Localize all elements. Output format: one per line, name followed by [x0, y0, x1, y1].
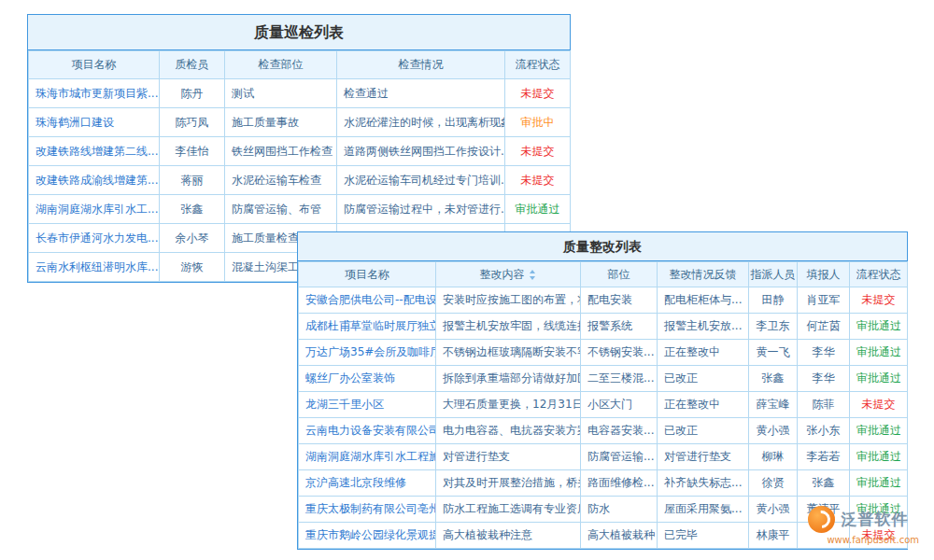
column-header-label: 整改情况反馈: [670, 268, 737, 281]
cell-reporter: 肖亚军: [798, 287, 850, 314]
table-row[interactable]: 珠海市城市更新项目紫...陈丹测试检查通过未提交: [29, 79, 571, 108]
column-header[interactable]: 整改情况反馈: [658, 262, 749, 287]
cell-status[interactable]: 审批通过: [850, 444, 908, 470]
column-header-label: 填报人: [807, 268, 841, 281]
cell-project[interactable]: 改建铁路成渝线增建第...: [29, 166, 160, 195]
cell-project[interactable]: 龙湖三千里小区: [299, 392, 436, 418]
cell-status[interactable]: 未提交: [505, 137, 571, 166]
cell-feedback: 配电柜柜体与...: [658, 287, 749, 314]
quality-rectification-panel: 质量整改列表 项目名称整改内容部位整改情况反馈指派人员填报人流程状态 安徽合肥供…: [297, 231, 908, 550]
cell-assignee: 黄小强: [749, 497, 798, 523]
cell-part: 小区大门: [581, 392, 658, 418]
column-header-label: 流程状态: [856, 268, 901, 281]
column-header[interactable]: 流程状态: [505, 51, 571, 79]
column-header[interactable]: 检查情况: [337, 51, 505, 79]
column-header[interactable]: 检查部位: [225, 51, 337, 79]
cell-project[interactable]: 螺丝厂办公室装饰: [299, 366, 436, 392]
column-header[interactable]: 整改内容: [436, 262, 581, 287]
table-row[interactable]: 湖南洞庭湖水库引水工...张鑫防腐管运输、布管防腐管运输过程中，未对管进行...…: [29, 195, 571, 224]
cell-situation: 水泥砼运输车司机经过专门培训...: [337, 166, 505, 195]
cell-status[interactable]: 审批通过: [850, 314, 908, 340]
column-header-label: 流程状态: [516, 58, 560, 71]
cell-content: 防水工程施工选调有专业资质...: [436, 497, 581, 523]
cell-status[interactable]: 审批通过: [505, 195, 571, 224]
cell-project[interactable]: 改建铁路线增建第二线...: [29, 137, 160, 166]
cell-project[interactable]: 湖南洞庭湖水库引水工...: [29, 195, 160, 224]
cell-inspector: 余小琴: [160, 224, 225, 253]
table-row[interactable]: 安徽合肥供电公司--配电设备...安装时应按施工图的布置，将...配电安装配电柜…: [299, 287, 908, 314]
cell-project[interactable]: 珠海鹤洲口建设: [29, 108, 160, 137]
cell-part: 不锈钢安装...: [581, 340, 658, 366]
cell-inspector: 张鑫: [160, 195, 225, 224]
cell-part: 测试: [225, 79, 337, 108]
cell-feedback: 正在整改中: [658, 392, 749, 418]
cell-inspector: 陈巧凤: [160, 108, 225, 137]
table-row[interactable]: 珠海鹤洲口建设陈巧凤施工质量事故水泥砼灌注的时候，出现离析现象审批中: [29, 108, 571, 137]
cell-status[interactable]: 审批通过: [850, 366, 908, 392]
cell-inspector: 游恢: [160, 253, 225, 282]
column-header[interactable]: 项目名称: [299, 262, 436, 287]
cell-feedback: 正在整改中: [658, 340, 749, 366]
column-header-label: 检查部位: [259, 58, 304, 71]
cell-status[interactable]: 审批中: [505, 108, 571, 137]
cell-status[interactable]: 未提交: [850, 392, 908, 418]
cell-status[interactable]: 审批通过: [850, 340, 908, 366]
cell-status[interactable]: 未提交: [850, 287, 908, 314]
table-row[interactable]: 龙湖三千里小区大理石质量更换，12月31日之...小区大门正在整改中薛宝峰陈菲未…: [299, 392, 908, 418]
cell-part: 水泥砼运输车检查: [225, 166, 337, 195]
cell-situation: 水泥砼灌注的时候，出现离析现象: [337, 108, 505, 137]
cell-assignee: 柳琳: [749, 444, 798, 470]
cell-situation: 道路两侧铁丝网围挡工作按设计...: [337, 137, 505, 166]
cell-project[interactable]: 成都杜甫草堂临时展厅独立展...: [299, 314, 436, 340]
cell-feedback: 对管进行垫支: [658, 444, 749, 470]
column-header[interactable]: 质检员: [160, 51, 225, 79]
table-row[interactable]: 京沪高速北京段维修对其及时开展整治措施，桥头...路面维修检...补齐缺失标志.…: [299, 470, 908, 497]
cell-part: 防腐管运输...: [581, 444, 658, 470]
cell-project[interactable]: 云南电力设备安装有限公司20...: [299, 418, 436, 444]
table-row[interactable]: 万达广场35#会所及咖啡厅空...不锈钢边框玻璃隔断安装不牢...不锈钢安装..…: [299, 340, 908, 366]
cell-status[interactable]: 未提交: [505, 166, 571, 195]
cell-project[interactable]: 重庆市鹅岭公园绿化景观提升...: [299, 523, 436, 549]
cell-project[interactable]: 湖南洞庭湖水库引水工程施工...: [299, 444, 436, 470]
table-row[interactable]: 成都杜甫草堂临时展厅独立展...报警主机安放牢固，线缆连接...报警系统报警主机…: [299, 314, 908, 340]
table-row[interactable]: 云南电力设备安装有限公司20...电力电容器、电抗器安装方案,...电容器安装.…: [299, 418, 908, 444]
sort-icon[interactable]: [529, 270, 537, 280]
cell-status[interactable]: 审批通过: [850, 418, 908, 444]
column-header-label: 项目名称: [72, 58, 117, 71]
logo-url[interactable]: www.fanpusoft.com: [808, 535, 919, 545]
cell-content: 拆除到承重墙部分请做好加固...: [436, 366, 581, 392]
cell-part: 防腐管运输、布管: [225, 195, 337, 224]
cell-content: 安装时应按施工图的布置，将...: [436, 287, 581, 314]
fanpusoft-logo[interactable]: 泛普软件 www.fanpusoft.com: [808, 506, 919, 545]
cell-status[interactable]: 未提交: [505, 79, 571, 108]
cell-reporter: 何芷茵: [798, 314, 850, 340]
cell-project[interactable]: 京沪高速北京段维修: [299, 470, 436, 497]
column-header-label: 整改内容: [480, 268, 525, 281]
column-header[interactable]: 指派人员: [749, 262, 798, 287]
table-row[interactable]: 改建铁路成渝线增建第...蒋丽水泥砼运输车检查水泥砼运输车司机经过专门培训...…: [29, 166, 571, 195]
cell-assignee: 黄一飞: [749, 340, 798, 366]
cell-project[interactable]: 重庆太极制药有限公司亳州中...: [299, 497, 436, 523]
column-header[interactable]: 项目名称: [29, 51, 160, 79]
cell-feedback: 补齐缺失标志...: [658, 470, 749, 497]
cell-project[interactable]: 安徽合肥供电公司--配电设备...: [299, 287, 436, 314]
table-row[interactable]: 湖南洞庭湖水库引水工程施工...对管进行垫支防腐管运输...对管进行垫支柳琳李若…: [299, 444, 908, 470]
cell-project[interactable]: 云南水利枢纽潜明水库...: [29, 253, 160, 282]
cell-reporter: 李华: [798, 366, 850, 392]
table-row[interactable]: 螺丝厂办公室装饰拆除到承重墙部分请做好加固...二至三楼混...已改正张鑫李华审…: [299, 366, 908, 392]
column-header[interactable]: 填报人: [798, 262, 850, 287]
cell-status[interactable]: 审批通过: [850, 470, 908, 497]
header-row: 项目名称质检员检查部位检查情况流程状态: [29, 51, 571, 79]
cell-content: 不锈钢边框玻璃隔断安装不牢...: [436, 340, 581, 366]
cell-content: 对其及时开展整治措施，桥头...: [436, 470, 581, 497]
cell-reporter: 张小东: [798, 418, 850, 444]
table-row[interactable]: 改建铁路线增建第二线...李佳怡铁丝网围挡工作检查道路两侧铁丝网围挡工作按设计.…: [29, 137, 571, 166]
cell-project[interactable]: 珠海市城市更新项目紫...: [29, 79, 160, 108]
cell-part: 报警系统: [581, 314, 658, 340]
cell-project[interactable]: 万达广场35#会所及咖啡厅空...: [299, 340, 436, 366]
cell-assignee: 林康平: [749, 523, 798, 549]
column-header[interactable]: 部位: [581, 262, 658, 287]
cell-project[interactable]: 长春市伊通河水力发电...: [29, 224, 160, 253]
cell-part: 二至三楼混...: [581, 366, 658, 392]
column-header[interactable]: 流程状态: [850, 262, 908, 287]
